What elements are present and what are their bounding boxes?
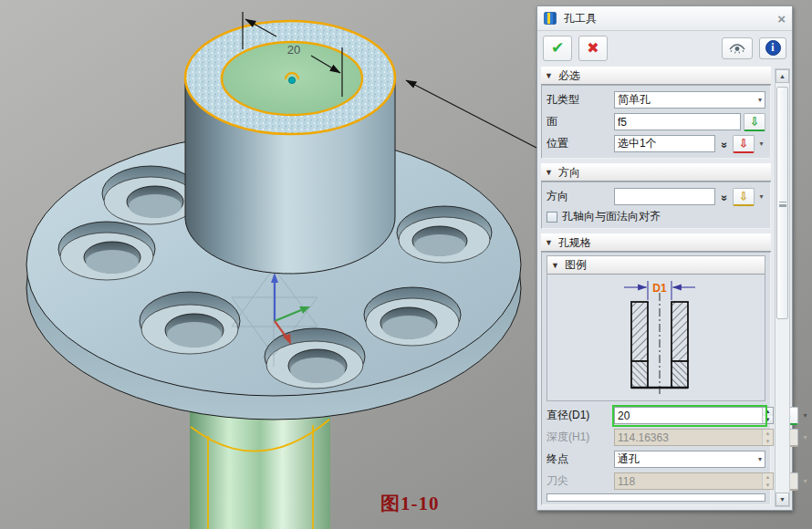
clipped-next-field — [547, 493, 765, 502]
dimension-text: 20 — [287, 43, 300, 57]
tip-angle-input — [615, 473, 762, 489]
section-required[interactable]: ▼ 必选 — [541, 67, 771, 85]
direction-row: 方向 » ⇩ ▾ — [547, 186, 765, 207]
spin-down-icon: ▼ — [763, 482, 773, 490]
eye-icon — [729, 43, 745, 54]
check-icon: ✔ — [551, 38, 564, 57]
align-axis-label: 孔轴向与面法向对齐 — [562, 209, 661, 224]
depth-row: 深度(H1) ▲ ▼ ⇩ ▾ — [547, 427, 765, 448]
ok-button[interactable]: ✔ — [543, 36, 572, 61]
chevron-down-icon: ▾ — [758, 96, 762, 104]
scrollbar-grip-icon — [779, 202, 786, 205]
info-icon: i — [765, 40, 781, 56]
pick-options-caret-icon[interactable]: ▾ — [801, 411, 809, 420]
depth-spinbox: ▲ ▼ — [614, 429, 774, 446]
info-button[interactable]: i — [759, 37, 786, 59]
cancel-icon: ✖ — [587, 39, 599, 57]
chevron-down-icon: ▾ — [758, 455, 762, 463]
counterbore-hole[interactable] — [58, 222, 155, 280]
required-group: 孔类型 简单孔 ▾ 面 ⇩ 位置 — [541, 85, 771, 159]
align-axis-row: 孔轴向与面法向对齐 — [547, 208, 765, 225]
spin-up-icon[interactable]: ▲ — [763, 408, 773, 416]
direction-pick-icon[interactable]: ⇩ — [733, 188, 755, 206]
section-direction[interactable]: ▼ 方向 — [541, 163, 771, 182]
direction-input[interactable] — [614, 188, 715, 205]
hole-type-dropdown[interactable]: 简单孔 ▾ — [614, 91, 765, 109]
depth-label: 深度(H1) — [547, 430, 614, 445]
dialog-toolbar: ✔ ✖ i — [537, 31, 792, 65]
legend-header[interactable]: ▼ 图例 — [547, 256, 765, 275]
pick-options-caret-icon[interactable]: ▾ — [757, 192, 765, 201]
section-spec-label: 孔规格 — [558, 235, 591, 251]
position-label: 位置 — [547, 136, 614, 151]
hole-tool-dialog: 孔工具 × ✔ ✖ i — [536, 5, 793, 511]
spin-up-icon: ▲ — [763, 473, 773, 482]
counterbore-hole[interactable] — [397, 206, 492, 263]
collapse-icon: ▼ — [545, 168, 553, 177]
face-label: 面 — [547, 114, 614, 130]
close-icon[interactable]: × — [777, 12, 786, 26]
section-direction-label: 方向 — [558, 165, 580, 181]
scroll-down-icon: ▼ — [779, 496, 786, 503]
hole-type-row: 孔类型 简单孔 ▾ — [547, 89, 765, 110]
spec-group: ▼ 图例 — [541, 252, 771, 505]
legend-header-label: 图例 — [565, 257, 587, 273]
spin-down-icon[interactable]: ▼ — [763, 416, 773, 424]
diameter-spinbox: ▲ ▼ — [614, 407, 774, 424]
dialog-title: 孔工具 — [564, 11, 777, 26]
legend-dim-label: D1 — [652, 282, 667, 295]
align-axis-checkbox[interactable] — [547, 212, 557, 223]
cancel-button[interactable]: ✖ — [578, 36, 608, 61]
dialog-scrollbar[interactable]: ▲ ▼ — [775, 68, 790, 507]
hole-tool-icon — [544, 12, 557, 25]
section-required-label: 必选 — [558, 68, 580, 84]
face-input[interactable] — [614, 113, 741, 130]
preview-button[interactable] — [722, 37, 753, 59]
collapse-icon: ▼ — [551, 261, 559, 270]
spin-up-icon: ▲ — [763, 430, 773, 438]
position-pick-icon[interactable]: ⇩ — [733, 135, 755, 153]
position-input[interactable] — [614, 135, 715, 152]
end-type-label: 终点 — [547, 451, 614, 467]
legend-illustration: D1 — [547, 275, 765, 400]
counterbore-hole[interactable] — [364, 287, 461, 346]
direction-group: 方向 » ⇩ ▾ 孔轴向与面法向对齐 — [541, 182, 771, 229]
end-type-row: 终点 通孔 ▾ — [547, 449, 765, 470]
collapse-icon: ▼ — [545, 238, 553, 247]
end-type-dropdown[interactable]: 通孔 ▾ — [614, 451, 765, 468]
counterbore-hole[interactable] — [140, 292, 240, 354]
dialog-titlebar[interactable]: 孔工具 × — [537, 6, 792, 31]
dialog-content: ▼ 必选 孔类型 简单孔 ▾ 面 ⇩ — [541, 67, 771, 508]
tip-angle-row: 刀尖 ▲ ▼ ⇩ ▾ — [547, 471, 765, 492]
depth-input — [615, 430, 762, 445]
position-row: 位置 » ⇩ ▾ — [547, 133, 765, 154]
face-pick-icon[interactable]: ⇩ — [744, 113, 765, 131]
section-spec[interactable]: ▼ 孔规格 — [541, 233, 771, 252]
scroll-up-icon: ▲ — [779, 73, 786, 79]
scroll-up-button[interactable]: ▲ — [776, 69, 789, 83]
figure-caption: 图1-10 — [380, 491, 440, 516]
diameter-label: 直径(D1) — [547, 408, 614, 423]
pick-options-caret-icon[interactable]: ▾ — [757, 140, 765, 148]
scrollbar-thumb[interactable] — [776, 87, 788, 319]
counterbore-hole[interactable] — [265, 328, 365, 389]
diameter-input[interactable] — [615, 408, 762, 423]
face-row: 面 ⇩ — [547, 111, 765, 132]
counterbore-hole[interactable] — [102, 166, 199, 224]
diameter-field-highlight: ▲ ▼ ⇩ ▾ — [614, 407, 765, 425]
tip-angle-spinbox: ▲ ▼ — [614, 472, 774, 490]
expand-chevron-icon[interactable]: » — [718, 138, 731, 150]
direction-label: 方向 — [547, 189, 614, 204]
legend-panel: ▼ 图例 — [547, 255, 765, 401]
app-window: 20 图1-10 孔工具 × ✔ ✖ — [0, 0, 812, 529]
expand-chevron-icon[interactable]: » — [718, 191, 731, 202]
pick-options-caret-icon: ▾ — [801, 477, 809, 485]
hole-type-label: 孔类型 — [547, 92, 614, 108]
spin-down-icon: ▼ — [763, 438, 773, 446]
pick-options-caret-icon: ▾ — [801, 433, 809, 441]
diameter-row: 直径(D1) ▲ ▼ ⇩ ▾ — [547, 405, 765, 426]
scroll-down-button[interactable]: ▼ — [776, 493, 789, 506]
tip-angle-label: 刀尖 — [547, 473, 614, 489]
collapse-icon: ▼ — [545, 71, 553, 80]
